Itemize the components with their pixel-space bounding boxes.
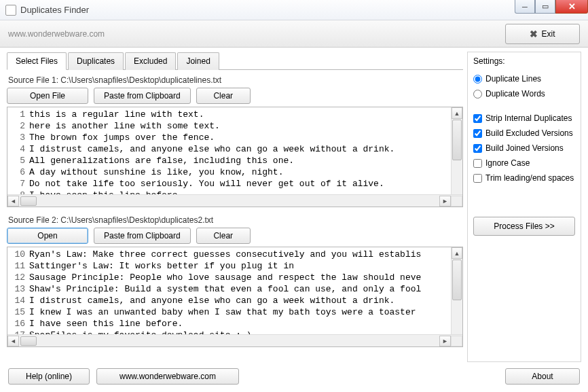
scroll-right-icon[interactable]: ►	[439, 336, 451, 346]
scroll-left-icon[interactable]: ◄	[7, 196, 19, 207]
source-2-editor[interactable]: 10Ryan's Law: Make three correct guesses…	[7, 247, 463, 347]
check-build-joined[interactable]: Build Joined Versions	[473, 143, 575, 153]
editor-line: 6A day without sunshine is like, you kno…	[10, 166, 460, 178]
editor-line: 2here is another line with some text.	[10, 120, 460, 132]
radio-input[interactable]	[473, 90, 482, 99]
editor-line: 7Do not take life too seriously. You wil…	[10, 178, 460, 190]
tab-select-files[interactable]: Select Files	[7, 52, 67, 70]
scroll-left-icon[interactable]: ◄	[7, 336, 19, 346]
check-label: Strip Internal Duplicates	[485, 113, 572, 123]
editor-line: 11Sattinger's Law: It works better if yo…	[10, 260, 460, 272]
checkbox-input[interactable]	[473, 114, 482, 123]
source-1-block: Source File 1: C:\Users\snapfiles\Deskto…	[7, 73, 463, 207]
help-button[interactable]: Help (online)	[8, 368, 90, 385]
editor-line: 14I distrust camels, and anyone else who…	[10, 295, 460, 306]
scroll-up-icon[interactable]: ▲	[452, 107, 462, 119]
source-2-label: Source File 2: C:\Users\snapfiles\Deskto…	[8, 215, 463, 225]
check-label: Build Joined Versions	[485, 143, 564, 153]
check-trim-spaces[interactable]: Trim leading/end spaces	[473, 173, 575, 183]
tab-duplicates[interactable]: Duplicates	[68, 52, 124, 70]
maximize-button[interactable]: ▭	[535, 0, 555, 14]
check-label: Trim leading/end spaces	[485, 173, 574, 183]
checkbox-input[interactable]	[473, 174, 482, 183]
editor-line: 17SnapFiles is my favorite download site…	[10, 329, 460, 334]
website-button[interactable]: www.wonderwebware.com	[96, 368, 239, 385]
minimize-button[interactable]: ─	[515, 0, 535, 14]
check-label: Build Excluded Versions	[485, 128, 573, 138]
radio-input[interactable]	[473, 75, 482, 84]
checkbox-input[interactable]	[473, 144, 482, 153]
check-label: Ignore Case	[485, 158, 530, 168]
radio-duplicate-lines[interactable]: Duplicate Lines	[473, 74, 575, 84]
checkbox-input[interactable]	[473, 159, 482, 168]
tab-excluded[interactable]: Excluded	[125, 52, 176, 70]
exit-icon: ✖	[530, 29, 538, 39]
scroll-right-icon[interactable]: ►	[439, 196, 451, 207]
tab-bar: Select Files Duplicates Excluded Joined	[7, 52, 463, 70]
app-icon	[5, 5, 16, 16]
titlebar: Duplicates Finder ─ ▭ ✕	[0, 0, 588, 20]
editor-line: 5All generalizations are false, includin…	[10, 155, 460, 166]
source-2-paste-button[interactable]: Paste from Clipboard	[94, 228, 191, 244]
tab-joined[interactable]: Joined	[177, 52, 219, 70]
footer: Help (online) www.wonderwebware.com Abou…	[0, 363, 588, 392]
settings-panel: Settings: Duplicate Lines Duplicate Word…	[467, 52, 581, 362]
source-1-clear-button[interactable]: Clear	[196, 88, 251, 104]
source-2-block: Source File 2: C:\Users\snapfiles\Deskto…	[7, 213, 463, 347]
editor-line: 8I have seen this line before.	[10, 190, 460, 194]
source-1-editor[interactable]: 1this is a regular line with text.2here …	[7, 107, 463, 207]
check-strip-duplicates[interactable]: Strip Internal Duplicates	[473, 113, 575, 123]
source-2-clear-button[interactable]: Clear	[196, 228, 251, 244]
check-build-excluded[interactable]: Build Excluded Versions	[473, 128, 575, 138]
scroll-thumb[interactable]	[452, 260, 462, 300]
editor-line: 16I have seen this line before.	[10, 318, 460, 329]
radio-label: Duplicate Words	[485, 89, 545, 99]
exit-label: Exit	[541, 29, 555, 39]
horizontal-scrollbar[interactable]: ◄ ►	[7, 194, 462, 207]
source-1-label: Source File 1: C:\Users\snapfiles\Deskto…	[8, 75, 463, 85]
vertical-scrollbar[interactable]: ▲	[451, 107, 462, 194]
scroll-thumb[interactable]	[20, 336, 37, 346]
editor-line: 10Ryan's Law: Make three correct guesses…	[10, 249, 460, 260]
editor-line: 12Sausage Principle: People who love sau…	[10, 272, 460, 283]
about-button[interactable]: About	[505, 368, 580, 385]
exit-button[interactable]: ✖ Exit	[505, 24, 580, 44]
editor-line: 3The brown fox jumps over the fence.	[10, 132, 460, 143]
source-2-open-button[interactable]: Open	[7, 228, 88, 244]
radio-duplicate-words[interactable]: Duplicate Words	[473, 89, 575, 99]
header-url: www.wonderwebware.com	[8, 29, 505, 39]
editor-line: 1this is a regular line with text.	[10, 109, 460, 120]
scroll-thumb[interactable]	[452, 120, 462, 160]
process-files-button[interactable]: Process Files >>	[473, 217, 575, 236]
editor-line: 15I knew I was an unwanted baby when I s…	[10, 306, 460, 318]
checkbox-input[interactable]	[473, 129, 482, 138]
check-ignore-case[interactable]: Ignore Case	[473, 158, 575, 168]
horizontal-scrollbar[interactable]: ◄ ►	[7, 334, 462, 346]
vertical-scrollbar[interactable]: ▲	[451, 247, 462, 334]
header-toolbar: www.wonderwebware.com ✖ Exit	[0, 20, 588, 48]
source-1-paste-button[interactable]: Paste from Clipboard	[94, 88, 191, 104]
window-title: Duplicates Finder	[20, 5, 89, 15]
radio-label: Duplicate Lines	[485, 74, 541, 84]
editor-line: 4I distrust camels, and anyone else who …	[10, 143, 460, 155]
editor-line: 13Shaw's Principle: Build a system that …	[10, 283, 460, 295]
close-button[interactable]: ✕	[555, 0, 588, 14]
source-1-open-button[interactable]: Open File	[7, 88, 88, 104]
scroll-up-icon[interactable]: ▲	[452, 247, 462, 259]
settings-heading: Settings:	[473, 56, 575, 66]
scroll-thumb[interactable]	[20, 196, 37, 206]
